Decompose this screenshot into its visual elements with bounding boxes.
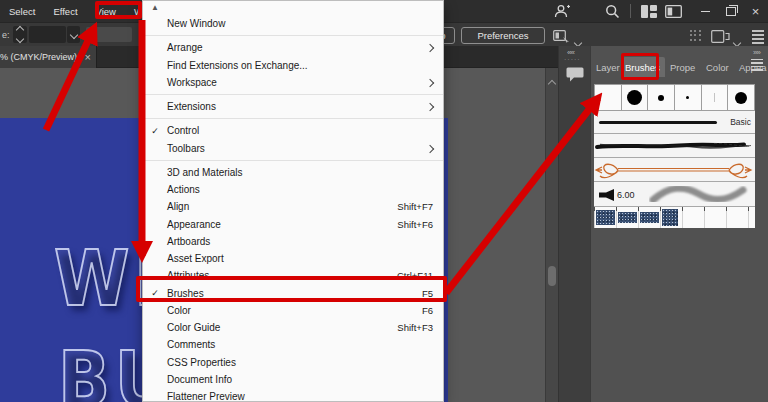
canvas-vertical-scrollbar[interactable] xyxy=(545,68,558,402)
wavy-brush-stroke xyxy=(649,182,749,207)
menu-separator xyxy=(143,115,443,122)
pattern-tile-tick xyxy=(660,207,661,211)
menubar-item-select[interactable]: Select xyxy=(0,0,44,22)
search-icon[interactable] xyxy=(600,0,624,22)
document-tab[interactable]: % (CMYK/Preview) × xyxy=(0,46,97,68)
pattern-tile-tick xyxy=(638,207,639,211)
menu-item-shortcut: Shift+F6 xyxy=(397,219,433,230)
panel-tab-bar: LayerBrushesPropeColorAppea xyxy=(594,55,768,77)
menu-item-actions[interactable]: Actions xyxy=(143,181,443,198)
arrow-brush-row[interactable] xyxy=(594,158,755,182)
charcoal-brush-row[interactable] xyxy=(594,134,755,158)
checkmark-icon: ✓ xyxy=(143,126,167,136)
menubar-item-view[interactable]: View xyxy=(87,0,125,22)
dropdown-chevron-icon[interactable] xyxy=(67,26,80,43)
scrollbar-up-icon[interactable] xyxy=(549,73,555,91)
menu-item-workspace[interactable]: Workspace xyxy=(143,74,443,91)
menu-item-document-info[interactable]: Document Info xyxy=(143,371,443,388)
menu-item-flattener-preview[interactable]: Flattener Preview xyxy=(143,388,443,402)
menu-item-color[interactable]: ColorF6 xyxy=(143,302,443,319)
menu-item-label: Artboards xyxy=(167,236,210,247)
collapsed-icon-dock: «« ····· xyxy=(558,46,590,402)
menu-item-asset-export[interactable]: Asset Export xyxy=(143,250,443,267)
grid-icon[interactable] xyxy=(690,30,701,41)
brush-swatch-5[interactable] xyxy=(728,84,755,111)
panel-menu-icon[interactable] xyxy=(751,59,763,71)
minimize-button[interactable] xyxy=(693,0,718,22)
menu-item-label: Brushes xyxy=(167,288,204,299)
pattern-brush-row[interactable] xyxy=(594,207,755,228)
scrollbar-thumb[interactable] xyxy=(548,266,556,286)
comments-panel-icon[interactable] xyxy=(562,61,588,87)
menu-item-control[interactable]: ✓Control xyxy=(143,122,443,139)
account-share-icon[interactable] xyxy=(550,0,574,22)
menubar-item-effect[interactable]: Effect xyxy=(44,0,86,22)
menu-item-attributes[interactable]: AttributesCtrl+F11 xyxy=(143,267,443,284)
menu-item-label: Workspace xyxy=(167,77,217,88)
pattern-brush-tile xyxy=(640,212,659,223)
list-view-icon[interactable] xyxy=(752,30,764,44)
brush-swatch-4[interactable] xyxy=(702,84,729,111)
round-brush-dot xyxy=(627,90,642,105)
menu-separator xyxy=(143,157,443,164)
round-brush-dot xyxy=(686,96,689,99)
brush-swatch-1[interactable] xyxy=(622,84,649,111)
layout-dashboard-icon[interactable] xyxy=(637,0,661,22)
brush-swatch-0[interactable] xyxy=(594,84,622,111)
round-brush-dot xyxy=(658,95,664,101)
panel-tab-color[interactable]: Color xyxy=(704,57,734,77)
document-tab-title: % (CMYK/Preview) xyxy=(0,52,80,62)
menu-item-label: Color Guide xyxy=(167,322,220,333)
value-stepper[interactable] xyxy=(13,26,27,43)
titlebar-divider xyxy=(630,4,631,18)
panel-tab-layer[interactable]: Layer xyxy=(594,57,620,77)
round-brush-row xyxy=(594,84,755,111)
menu-item-find-extensions-on-exchange-[interactable]: Find Extensions on Exchange... xyxy=(143,57,443,74)
arrange-documents-icon[interactable] xyxy=(711,29,730,47)
control-bar-widget[interactable] xyxy=(86,27,132,42)
workspace-icon[interactable] xyxy=(553,29,570,47)
menu-item-shortcut: F6 xyxy=(422,305,433,316)
brush-swatch-2[interactable] xyxy=(648,84,675,111)
menu-item-arrange[interactable]: Arrange xyxy=(143,39,443,56)
menu-item-appearance[interactable]: AppearanceShift+F6 xyxy=(143,216,443,233)
value-field[interactable] xyxy=(29,26,66,43)
menu-item-artboards[interactable]: Artboards xyxy=(143,233,443,250)
pattern-tile-tick xyxy=(594,207,595,211)
menu-item-brushes[interactable]: ✓BrushesF5 xyxy=(143,285,443,302)
close-button[interactable]: × xyxy=(743,0,768,22)
checkmark-icon: ✓ xyxy=(143,288,167,298)
thin-brush-line xyxy=(714,93,715,102)
menu-item-color-guide[interactable]: Color GuideShift+F3 xyxy=(143,319,443,336)
menu-scroll-up-icon[interactable]: ▲ xyxy=(151,3,159,12)
submenu-arrow-icon xyxy=(427,77,433,88)
panel-tab-brushes[interactable]: Brushes xyxy=(623,57,665,77)
charcoal-brush-stroke xyxy=(594,134,753,158)
brush-size-label: 6.00 xyxy=(617,190,635,200)
window-menu-list: New WindowArrangeFind Extensions on Exch… xyxy=(143,15,443,402)
menu-item-extensions[interactable]: Extensions xyxy=(143,98,443,115)
window-menu-popup: ▲ New WindowArrangeFind Extensions on Ex… xyxy=(142,0,444,402)
layout-panel-icon[interactable] xyxy=(661,0,685,22)
basic-brush-row[interactable]: Basic xyxy=(594,111,755,134)
menu-item-shortcut: Shift+F3 xyxy=(397,322,433,333)
submenu-arrow-icon xyxy=(427,42,433,53)
restore-button[interactable] xyxy=(718,0,743,22)
preferences-button[interactable]: Preferences xyxy=(461,27,545,44)
menu-item-toolbars[interactable]: Toolbars xyxy=(143,140,443,157)
speaker-icon xyxy=(599,188,615,202)
menu-separator xyxy=(143,32,443,39)
brush-swatch-3[interactable] xyxy=(675,84,702,111)
menu-item-label: Asset Export xyxy=(167,253,224,264)
menu-item-3d-and-materials[interactable]: 3D and Materials xyxy=(143,164,443,181)
menu-item-comments[interactable]: Comments xyxy=(143,336,443,353)
pattern-tile-tick xyxy=(726,207,727,211)
pattern-tile-tick xyxy=(616,207,617,211)
document-close-icon[interactable]: × xyxy=(80,51,96,63)
panel-tab-prope[interactable]: Prope xyxy=(668,57,701,77)
menu-item-align[interactable]: AlignShift+F7 xyxy=(143,198,443,215)
titlebar-right-icons: × xyxy=(550,0,768,22)
calligraphic-brush-row[interactable]: 6.00 xyxy=(594,182,755,207)
menu-item-css-properties[interactable]: CSS Properties xyxy=(143,354,443,371)
menu-item-new-window[interactable]: New Window xyxy=(143,15,443,32)
